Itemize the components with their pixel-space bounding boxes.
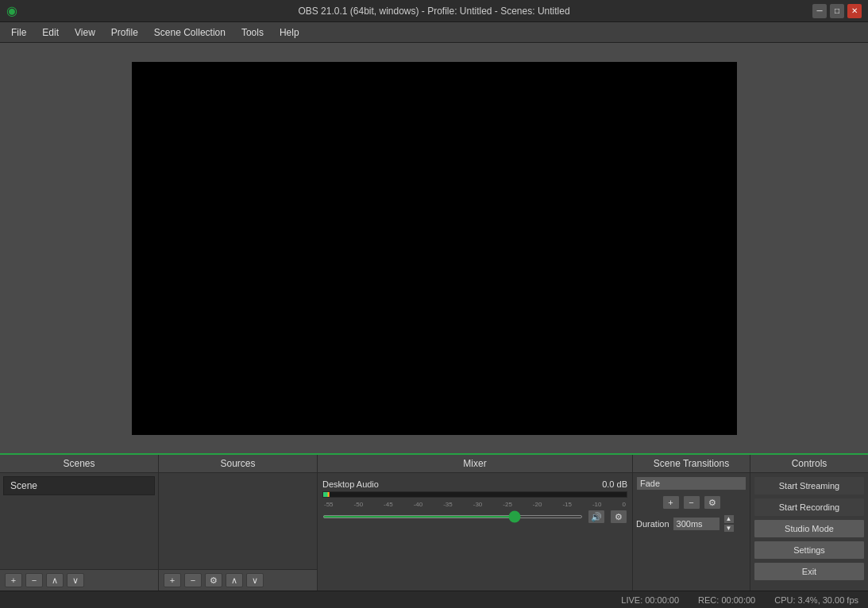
transition-dropdown[interactable]: Fade <box>636 476 746 491</box>
menu-scene-collection[interactable]: Scene Collection <box>146 25 233 40</box>
obs-logo-icon: ◉ <box>6 3 17 18</box>
window-controls: ─ □ ✕ <box>812 4 862 18</box>
bottom-section: Scenes Scene + − ∧ ∨ Sources + − ⚙ ∧ ∨ <box>0 453 868 608</box>
scenes-content: Scene <box>0 473 158 569</box>
duration-down-button[interactable]: ▼ <box>723 524 735 533</box>
preview-container <box>0 43 868 453</box>
title-bar: ◉ OBS 21.0.1 (64bit, windows) - Profile:… <box>0 0 868 22</box>
duration-row: Duration ▲ ▼ <box>636 514 746 533</box>
start-streaming-button[interactable]: Start Streaming <box>754 476 865 495</box>
sources-content <box>159 473 317 569</box>
menu-file[interactable]: File <box>3 25 34 40</box>
duration-label: Duration <box>636 519 669 529</box>
transition-add-button[interactable]: + <box>662 495 680 510</box>
close-button[interactable]: ✕ <box>847 4 862 18</box>
window-title: OBS 21.0.1 (64bit, windows) - Profile: U… <box>298 6 569 17</box>
meter-scale: -55 -50 -45 -40 -35 -30 -25 -20 -15 -10 … <box>322 501 627 508</box>
duration-spinners: ▲ ▼ <box>723 514 735 533</box>
scenes-up-button[interactable]: ∧ <box>46 573 64 587</box>
controls-content: Start Streaming Start Recording Studio M… <box>750 473 868 591</box>
sources-settings-button[interactable]: ⚙ <box>205 573 222 587</box>
scenes-down-button[interactable]: ∨ <box>67 573 84 587</box>
controls-header: Controls <box>750 455 868 473</box>
panels-row: Scenes Scene + − ∧ ∨ Sources + − ⚙ ∧ ∨ <box>0 453 868 591</box>
scene-item[interactable]: Scene <box>3 476 155 495</box>
menu-help[interactable]: Help <box>272 25 307 40</box>
duration-input[interactable] <box>673 517 720 531</box>
scenes-add-button[interactable]: + <box>5 573 22 587</box>
sources-up-button[interactable]: ∧ <box>226 573 243 587</box>
sources-down-button[interactable]: ∨ <box>246 573 264 587</box>
duration-up-button[interactable]: ▲ <box>723 514 735 524</box>
scenes-panel: Scenes Scene + − ∧ ∨ <box>0 455 159 591</box>
settings-button[interactable]: Settings <box>754 541 865 560</box>
meter-container <box>322 491 627 498</box>
mixer-content: Desktop Audio 0.0 dB -55 -50 -45 -40 -35… <box>318 473 632 591</box>
mixer-controls-row: 🔊 ⚙ <box>322 510 627 524</box>
mixer-settings-button[interactable]: ⚙ <box>610 510 627 524</box>
transition-settings-button[interactable]: ⚙ <box>704 495 721 510</box>
transition-remove-button[interactable]: − <box>683 495 700 510</box>
rec-status: REC: 00:00:00 <box>698 595 755 605</box>
transitions-header: Scene Transitions <box>633 455 750 473</box>
mixer-header: Mixer <box>318 455 632 473</box>
status-bar: LIVE: 00:00:00 REC: 00:00:00 CPU: 3.4%, … <box>0 591 868 608</box>
sources-remove-button[interactable]: − <box>184 573 202 587</box>
mixer-channel-desktop: Desktop Audio 0.0 dB -55 -50 -45 -40 -35… <box>321 476 629 527</box>
preview-canvas <box>132 62 737 435</box>
menu-tools[interactable]: Tools <box>233 25 272 40</box>
live-status: LIVE: 00:00:00 <box>621 595 679 605</box>
volume-slider[interactable] <box>322 515 583 518</box>
exit-button[interactable]: Exit <box>754 562 865 581</box>
menu-view[interactable]: View <box>67 25 103 40</box>
controls-panel: Controls Start Streaming Start Recording… <box>750 455 868 591</box>
cpu-status: CPU: 3.4%, 30.00 fps <box>774 595 858 605</box>
transitions-content: Fade + − ⚙ Duration ▲ ▼ <box>633 473 750 591</box>
sources-add-button[interactable]: + <box>164 573 181 587</box>
sources-toolbar: + − ⚙ ∧ ∨ <box>159 569 317 591</box>
scenes-remove-button[interactable]: − <box>25 573 43 587</box>
channel-name: Desktop Audio <box>322 479 379 489</box>
maximize-button[interactable]: □ <box>830 4 844 18</box>
menu-bar: File Edit View Profile Scene Collection … <box>0 22 868 43</box>
start-recording-button[interactable]: Start Recording <box>754 498 865 517</box>
mixer-panel: Mixer Desktop Audio 0.0 dB -55 -50 -45 -… <box>318 455 633 591</box>
menu-profile[interactable]: Profile <box>103 25 146 40</box>
menu-edit[interactable]: Edit <box>34 25 67 40</box>
transition-controls: + − ⚙ <box>636 495 746 510</box>
mixer-channel-top: Desktop Audio 0.0 dB <box>322 479 627 489</box>
scenes-toolbar: + − ∧ ∨ <box>0 569 158 591</box>
minimize-button[interactable]: ─ <box>812 4 827 18</box>
mute-button[interactable]: 🔊 <box>588 510 605 524</box>
meter-bar <box>323 492 330 497</box>
channel-db: 0.0 dB <box>602 479 627 489</box>
sources-panel: Sources + − ⚙ ∧ ∨ <box>159 455 318 591</box>
transitions-panel: Scene Transitions Fade + − ⚙ Duration ▲ <box>633 455 750 591</box>
transition-dropdown-wrapper: Fade <box>636 476 746 495</box>
studio-mode-button[interactable]: Studio Mode <box>754 519 865 538</box>
title-bar-left: ◉ <box>6 3 17 18</box>
scenes-header: Scenes <box>0 455 158 473</box>
sources-header: Sources <box>159 455 317 473</box>
